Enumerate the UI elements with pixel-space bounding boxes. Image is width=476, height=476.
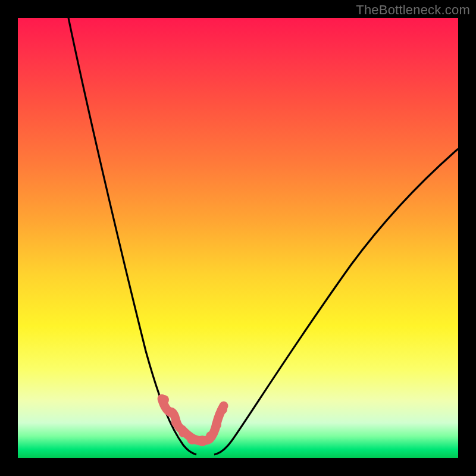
chart-frame: TheBottleneck.com [0,0,476,476]
left-curve [68,18,196,455]
floor-bead [212,420,221,430]
floor-bead [187,434,198,444]
watermark-text: TheBottleneck.com [356,2,470,18]
floor-bead [178,428,188,437]
right-curve [214,149,458,455]
curve-svg [18,18,458,458]
floor-bead [171,418,181,427]
floor-bead [166,408,176,417]
plot-area [18,18,458,458]
floor-bead [218,405,227,414]
floor-bead [159,395,169,405]
floor-bead [206,431,215,441]
